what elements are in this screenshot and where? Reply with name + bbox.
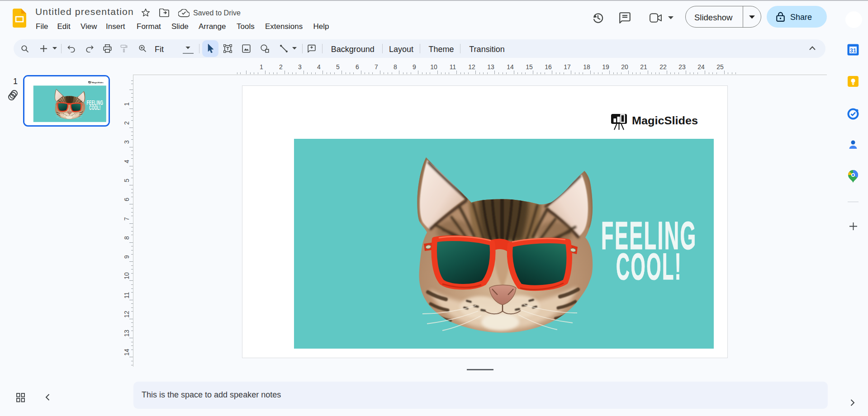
svg-text:COOL!: COOL!: [89, 104, 100, 111]
svg-text:COOL!: COOL!: [616, 245, 682, 288]
svg-text:MagicSlides: MagicSlides: [92, 81, 104, 84]
svg-text:31: 31: [850, 47, 856, 54]
svg-text:MagicSlides: MagicSlides: [632, 114, 698, 127]
